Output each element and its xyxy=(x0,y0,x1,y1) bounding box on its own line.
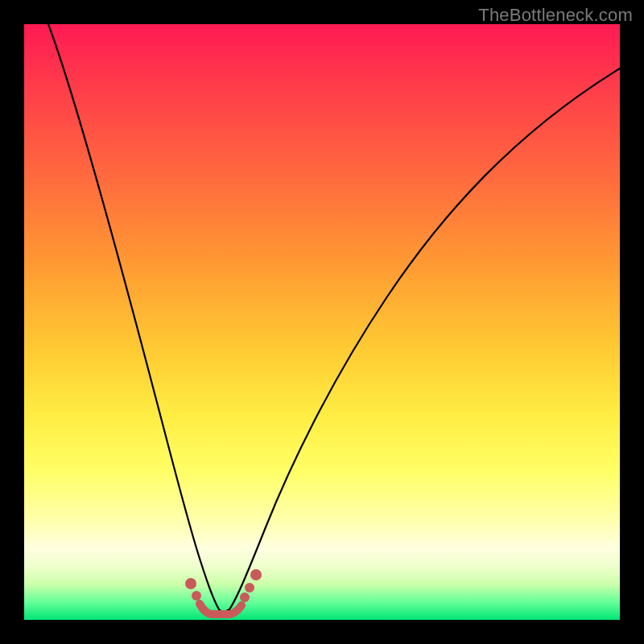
marker-dot xyxy=(192,591,201,601)
marker-dot xyxy=(245,583,254,592)
marker-dot xyxy=(240,592,250,602)
chart-svg xyxy=(24,24,620,620)
marker-bracket xyxy=(200,604,242,614)
marker-dot xyxy=(250,569,262,580)
chart-frame: TheBottleneck.com xyxy=(0,0,644,644)
plot-area xyxy=(24,24,620,620)
watermark-text: TheBottleneck.com xyxy=(478,5,633,26)
bottleneck-curve xyxy=(48,24,620,613)
marker-dot xyxy=(185,578,196,589)
